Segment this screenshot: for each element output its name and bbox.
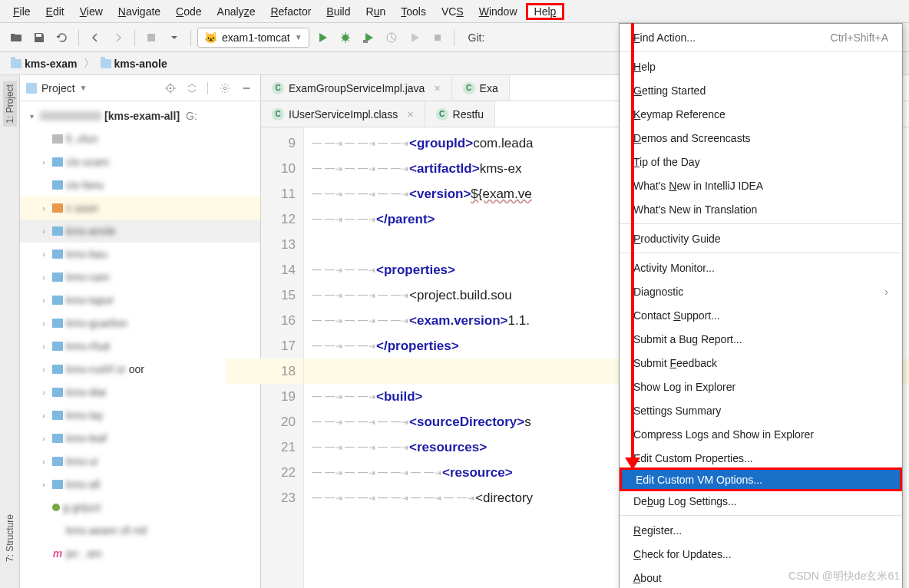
tree-item[interactable]: g grijuct [20, 496, 260, 519]
tree-item[interactable]: ›kms-cam [20, 266, 260, 289]
help-menu-item[interactable]: Submit Feedback [620, 351, 902, 375]
help-menu-item[interactable]: Register... [620, 518, 902, 542]
menu-tools[interactable]: Tools [394, 3, 433, 20]
tree-item[interactable]: ›kms-rushf oroor [20, 358, 260, 381]
tree-item[interactable]: ›kms-diai [20, 381, 260, 404]
folder-icon [52, 457, 63, 466]
editor-tab[interactable]: CRestfu [425, 101, 495, 127]
tree-item[interactable]: ›kms-lay [20, 404, 260, 427]
chevron-icon: › [38, 434, 49, 443]
tree-label: kms-aeare cll mil [66, 524, 147, 537]
help-menu-item[interactable]: What's New in IntelliJ IDEA [620, 173, 902, 197]
chevron-icon: › [38, 204, 49, 213]
open-icon[interactable] [6, 28, 26, 48]
refresh-icon[interactable] [52, 28, 72, 48]
run-icon[interactable] [312, 28, 332, 48]
menu-run[interactable]: Run [359, 3, 393, 20]
stop2-icon[interactable] [428, 28, 448, 48]
menu-view[interactable]: View [73, 3, 110, 20]
menu-build[interactable]: Build [319, 3, 357, 20]
tree-item[interactable]: ›cis-ucam [20, 150, 260, 173]
help-menu-item[interactable]: Compress Logs and Show in Explorer [620, 422, 902, 446]
dropdown-icon[interactable] [164, 28, 184, 48]
help-menu-item[interactable]: Submit a Bug Report... [620, 327, 902, 351]
tree-label: kms-cam [66, 271, 110, 283]
breadcrumb-item[interactable]: kms-anole [98, 56, 170, 71]
menu-analyze[interactable]: Analyze [210, 3, 263, 20]
help-menu-item[interactable]: Diagnostic› [620, 279, 902, 303]
menu-label: Diagnostic [633, 286, 683, 298]
help-menu-item[interactable]: Keymap Reference [620, 102, 902, 126]
close-icon[interactable]: × [434, 82, 440, 94]
expand-icon[interactable] [184, 81, 200, 96]
shortcut: Ctrl+Shift+A [831, 31, 888, 44]
menu-code[interactable]: Code [169, 3, 208, 20]
minimize-icon[interactable] [239, 81, 254, 96]
help-menu-item[interactable]: Help [620, 55, 902, 78]
help-menu-item[interactable]: Debug Log Settings... [620, 489, 902, 513]
tree-item[interactable]: ›kms-taput [20, 289, 260, 312]
locate-icon[interactable] [163, 81, 178, 96]
sidebar-tab-project[interactable]: 1: Project [3, 81, 17, 127]
chevron-down-icon[interactable]: ▼ [80, 84, 88, 92]
help-menu-item[interactable]: Productivity Guide [620, 226, 902, 250]
tree-item[interactable]: ›kms-rfsal [20, 335, 260, 358]
help-menu-item[interactable]: Check for Updates... [620, 542, 902, 566]
menu-edit[interactable]: Edit [39, 3, 71, 20]
menu-help[interactable]: Help [526, 3, 565, 20]
help-menu-item[interactable]: Find Action...Ctrl+Shift+A [620, 25, 902, 49]
menu-window[interactable]: Window [472, 3, 524, 20]
tree-item[interactable]: cis-fanu [20, 173, 260, 197]
help-menu-item[interactable]: What's New in Translation [620, 197, 902, 221]
help-menu-item[interactable]: Settings Summary [620, 398, 902, 422]
tree-label: kms-leaf [66, 432, 107, 444]
maven-icon: m [52, 547, 63, 560]
editor-tab[interactable]: CExamGroupServiceImpl.java× [261, 75, 452, 101]
tree-item[interactable]: ›c uuun [20, 197, 260, 220]
forward-icon[interactable] [108, 28, 128, 48]
coverage-icon[interactable] [359, 28, 378, 48]
watermark: CSDN @明快de玄米61 [788, 570, 900, 583]
tree-item[interactable]: ›kms-guarlion [20, 312, 260, 335]
tree-item[interactable]: kms-aeare cll mil [20, 519, 260, 542]
help-menu-item[interactable]: Edit Custom VM Options... [620, 467, 902, 491]
menu-navigate[interactable]: Navigate [111, 3, 167, 20]
editor-tab[interactable]: CExa [452, 75, 510, 101]
help-menu-item[interactable]: Edit Custom Properties... [620, 446, 902, 470]
close-icon[interactable]: × [407, 108, 413, 121]
menu-file[interactable]: File [6, 3, 38, 20]
debug-icon[interactable] [336, 28, 355, 48]
menu-label: Contact Support... [633, 309, 720, 322]
tree-item[interactable]: ›kms-all [20, 473, 260, 496]
menu-refactor[interactable]: Refactor [263, 3, 318, 20]
help-menu-item[interactable]: Getting Started [620, 78, 902, 102]
run-config-combo[interactable]: 🐱 exam1-tomcat ▼ [197, 28, 309, 48]
back-icon[interactable] [85, 28, 105, 48]
tree-item[interactable]: mpo . am [20, 542, 260, 565]
tree-label: kms-anole [66, 225, 116, 237]
help-menu-item[interactable]: Contact Support... [620, 303, 902, 327]
editor-tab[interactable]: CIUserServiceImpl.class× [261, 101, 425, 127]
tree-item[interactable]: ›kms-ui [20, 450, 260, 473]
gear-icon[interactable] [217, 81, 233, 96]
help-menu-item[interactable]: Tip of the Day [620, 150, 902, 173]
tree-item[interactable]: ›kms-bau [20, 243, 260, 266]
help-menu-item[interactable]: Activity Monitor... [620, 256, 902, 279]
menu-vcs[interactable]: VCS [435, 3, 471, 20]
help-menu-item[interactable]: Demos and Screencasts [620, 126, 902, 150]
attach-icon[interactable] [405, 28, 425, 48]
tree-item[interactable]: fi..cfun [20, 127, 260, 150]
project-title[interactable]: Project [41, 82, 75, 94]
project-tree[interactable]: ▾ [kms-exam-all] G: fi..cfun›cis-ucamcis… [20, 101, 260, 588]
chevron-icon: › [38, 227, 49, 236]
tree-item[interactable]: ›kms-anole [20, 220, 260, 243]
sidebar-tab-structure[interactable]: 7: Structure [3, 511, 17, 565]
stop-icon[interactable] [141, 28, 161, 48]
breadcrumb-item[interactable]: kms-exam [8, 56, 81, 71]
svg-point-7 [223, 87, 226, 90]
tree-root[interactable]: ▾ [kms-exam-all] G: [20, 104, 260, 127]
help-menu-item[interactable]: Show Log in Explorer [620, 375, 902, 398]
profile-icon[interactable] [382, 28, 402, 48]
tree-item[interactable]: ›kms-leaf [20, 427, 260, 450]
save-icon[interactable] [29, 28, 49, 48]
